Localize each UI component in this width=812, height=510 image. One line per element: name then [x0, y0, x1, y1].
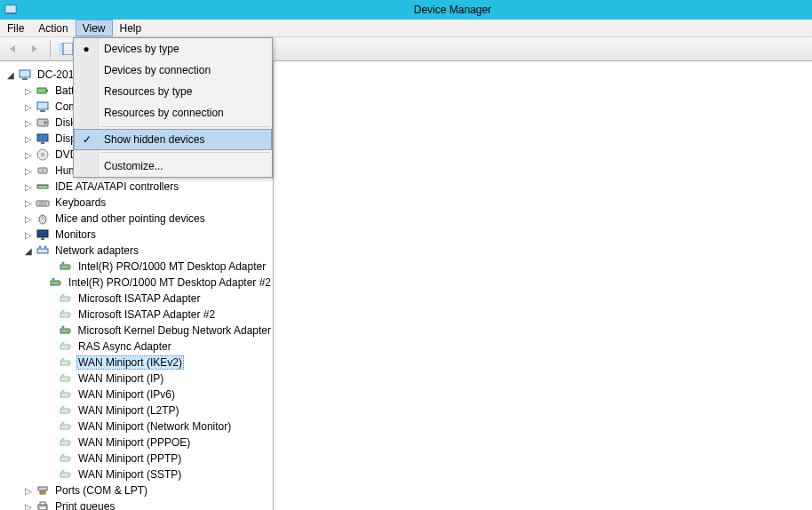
twisty-icon[interactable]: [23, 149, 34, 160]
twisty-icon[interactable]: [23, 501, 34, 510]
network-icon: [36, 243, 50, 258]
menu-action[interactable]: Action: [31, 20, 75, 36]
tree-item-label: WAN Miniport (IP): [76, 372, 165, 385]
tree-device-10-9[interactable]: WAN Miniport (L2TP): [0, 402, 273, 418]
twisty-icon[interactable]: [23, 101, 34, 112]
tree-device-10-12[interactable]: WAN Miniport (PPTP): [0, 450, 273, 466]
hid-icon: [36, 163, 50, 178]
tree-item-label: Intel(R) PRO/1000 MT Desktop Adapter: [76, 260, 267, 273]
tree-item-label: WAN Miniport (IKEv2): [76, 355, 184, 370]
svg-point-52: [62, 358, 65, 361]
forward-button[interactable]: [25, 39, 44, 59]
svg-rect-10: [37, 102, 48, 109]
menu-view[interactable]: View: [76, 20, 113, 36]
menuitem-devices-by-type[interactable]: ● Devices by type: [74, 38, 272, 60]
tree-item-label: Print queues: [53, 500, 116, 510]
tree-device-10-5[interactable]: RAS Async Adapter: [0, 339, 273, 355]
disk-icon: [36, 116, 50, 130]
svg-rect-44: [60, 329, 69, 333]
tree-device-10-0[interactable]: Intel(R) PRO/1000 MT Desktop Adapter: [0, 259, 273, 275]
svg-rect-77: [40, 502, 45, 505]
tree-item-label: Intel(R) PRO/1000 MT Desktop Adapter #2: [67, 276, 273, 289]
tree-category-7[interactable]: Keyboards: [0, 195, 273, 211]
tree-category-10[interactable]: Network adapters: [0, 243, 273, 259]
twisty-icon[interactable]: [23, 229, 34, 240]
tree-item-label: WAN Miniport (SSTP): [76, 468, 183, 481]
svg-rect-78: [40, 507, 45, 509]
tree-device-10-7[interactable]: WAN Miniport (IP): [0, 371, 273, 386]
tree-category-6[interactable]: IDE ATA/ATAPI controllers: [0, 179, 273, 195]
svg-rect-53: [60, 377, 69, 381]
menuitem-devices-by-connection[interactable]: Devices by connection: [74, 60, 272, 81]
twisty-icon[interactable]: [23, 165, 34, 176]
tree-device-10-1[interactable]: Intel(R) PRO/1000 MT Desktop Adapter #2: [0, 275, 273, 291]
svg-rect-8: [37, 88, 46, 93]
details-pane: [274, 61, 812, 510]
tree-category-8[interactable]: Mice and other pointing devices: [0, 211, 273, 227]
back-arrow-icon: [7, 44, 20, 54]
svg-rect-75: [40, 491, 45, 494]
svg-rect-68: [60, 457, 69, 461]
menuitem-resources-by-connection[interactable]: Resources by connection: [74, 102, 272, 124]
tree-item-label: IDE ATA/ATAPI controllers: [53, 180, 180, 193]
twisty-icon[interactable]: [5, 69, 16, 80]
twisty-icon[interactable]: [23, 197, 34, 208]
twisty-icon[interactable]: [46, 453, 57, 464]
menuitem-customize[interactable]: Customize...: [74, 155, 272, 177]
tree-item-label: Microsoft ISATAP Adapter: [76, 292, 202, 305]
svg-rect-3: [59, 43, 63, 55]
twisty-icon[interactable]: [23, 213, 34, 224]
twisty-icon[interactable]: [23, 117, 34, 128]
window-icon: [4, 3, 18, 17]
toolbar-separator: [50, 40, 51, 58]
svg-point-46: [61, 326, 64, 329]
twisty-icon[interactable]: [46, 309, 57, 320]
tree-device-10-13[interactable]: WAN Miniport (SSTP): [0, 466, 273, 482]
twisty-icon[interactable]: [46, 261, 57, 272]
twisty-icon[interactable]: [23, 181, 34, 192]
menu-help[interactable]: Help: [113, 20, 149, 36]
radio-dot-icon: ●: [79, 43, 93, 55]
tree-item-label: Keyboards: [53, 196, 107, 209]
menu-file[interactable]: File: [0, 20, 31, 36]
tree-item-label: WAN Miniport (Network Monitor): [76, 420, 233, 433]
svg-rect-72: [69, 474, 71, 476]
svg-point-64: [62, 422, 65, 425]
twisty-icon[interactable]: [46, 277, 47, 288]
twisty-icon[interactable]: [46, 421, 57, 432]
svg-point-30: [39, 246, 42, 249]
twisty-icon[interactable]: [23, 245, 34, 256]
menuitem-show-hidden-devices[interactable]: ✓ Show hidden devices: [74, 129, 272, 150]
twisty-icon[interactable]: [23, 485, 34, 496]
tree-category-9[interactable]: Monitors: [0, 227, 273, 243]
twisty-icon[interactable]: [46, 437, 57, 448]
twisty-icon[interactable]: [46, 357, 57, 368]
menuitem-resources-by-type[interactable]: Resources by type: [74, 81, 272, 102]
svg-rect-54: [69, 378, 71, 380]
twisty-icon[interactable]: [23, 133, 34, 144]
twisty-icon[interactable]: [46, 341, 57, 352]
display-icon: [36, 131, 50, 146]
twisty-icon[interactable]: [23, 85, 34, 96]
tree-device-10-11[interactable]: WAN Miniport (PPPOE): [0, 434, 273, 450]
tree-device-10-4[interactable]: Microsoft Kernel Debug Network Adapter: [0, 323, 273, 339]
net-adapter-ghost-icon: [59, 467, 73, 482]
tree-device-10-6[interactable]: WAN Miniport (IKEv2): [0, 355, 273, 371]
twisty-icon[interactable]: [46, 469, 57, 480]
tree-device-10-10[interactable]: WAN Miniport (Network Monitor): [0, 418, 273, 434]
twisty-icon[interactable]: [46, 373, 57, 384]
back-button[interactable]: [4, 39, 23, 59]
monitor-icon: [36, 227, 50, 242]
tree-device-10-8[interactable]: WAN Miniport (IPv6): [0, 386, 273, 402]
tree-category-11[interactable]: Ports (COM & LPT): [0, 482, 273, 498]
twisty-icon[interactable]: [46, 405, 57, 416]
tree-device-10-2[interactable]: Microsoft ISATAP Adapter: [0, 291, 273, 307]
twisty-icon[interactable]: [46, 389, 57, 400]
tree-item-label: Monitors: [53, 228, 98, 241]
tree-category-12[interactable]: Print queues: [0, 498, 273, 510]
svg-rect-7: [22, 78, 28, 80]
twisty-icon[interactable]: [46, 325, 57, 336]
tree-device-10-3[interactable]: Microsoft ISATAP Adapter #2: [0, 307, 273, 323]
svg-rect-32: [60, 265, 69, 269]
twisty-icon[interactable]: [46, 293, 57, 304]
